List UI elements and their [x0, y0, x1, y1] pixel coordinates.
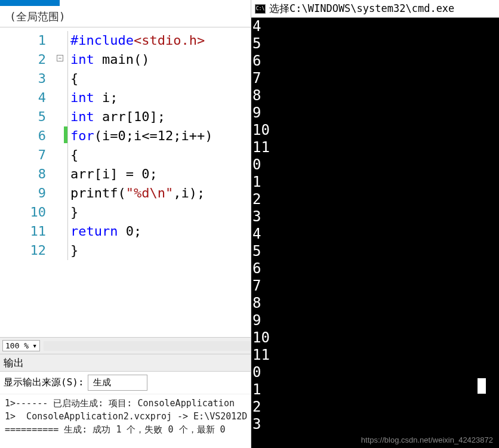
line-number: 6: [0, 126, 46, 146]
code-line[interactable]: {: [67, 69, 251, 88]
output-panel-title: 输出: [4, 356, 24, 370]
code-line[interactable]: return 0;: [67, 222, 251, 241]
cmd-icon: C:\: [255, 4, 266, 14]
change-marker: [64, 126, 67, 143]
console-line: 7: [252, 70, 499, 87]
fold-column[interactable]: −: [57, 27, 67, 337]
code-line[interactable]: int main(): [67, 50, 251, 69]
code-line[interactable]: for(i=0;i<=12;i++): [67, 126, 251, 146]
code-line[interactable]: int i;: [67, 88, 251, 107]
watermark: https://blog.csdn.net/weixin_42423872: [361, 435, 493, 444]
output-source-dropdown[interactable]: 生成: [88, 375, 147, 391]
code-line[interactable]: {: [67, 146, 251, 165]
console-line: 11: [252, 347, 499, 364]
output-panel-header[interactable]: 输出: [0, 354, 251, 372]
scope-dropdown[interactable]: (全局范围): [0, 6, 251, 27]
console-line: 2: [252, 191, 499, 208]
output-toolbar: 显示输出来源(S): 生成: [0, 372, 251, 394]
fold-toggle-icon[interactable]: −: [57, 55, 63, 61]
console-line: 11: [252, 139, 499, 156]
code-line[interactable]: arr[i] = 0;: [67, 165, 251, 184]
line-number: 4: [0, 88, 46, 107]
console-line: 6: [252, 52, 499, 70]
console-line: 10: [252, 122, 499, 139]
code-line[interactable]: int arr[10];: [67, 107, 251, 126]
scope-label: (全局范围): [10, 10, 66, 24]
code-lines[interactable]: #include<stdio.h>int main(){int i;int ar…: [67, 27, 251, 337]
editor-pane: (全局范围) 123456789101112 − #include<stdio.…: [0, 0, 251, 448]
output-line: 1> ConsoleApplication2.vcxproj -> E:\VS2…: [5, 410, 246, 423]
line-number: 10: [0, 203, 46, 222]
line-number: 9: [0, 184, 46, 203]
console-line: 0: [252, 364, 499, 381]
console-line: 4: [252, 225, 499, 243]
code-editor[interactable]: 123456789101112 − #include<stdio.h>int m…: [0, 27, 251, 337]
console-line: 5: [252, 243, 499, 260]
console-line: 8: [252, 87, 499, 104]
line-number: 3: [0, 69, 46, 88]
zoom-value: 100 %: [5, 341, 29, 350]
console-line: 0: [252, 156, 499, 174]
code-line[interactable]: printf("%d\n",i);: [67, 184, 251, 203]
console-line: 8: [252, 295, 499, 312]
console-line: 5: [252, 35, 499, 52]
console-line: 3: [252, 208, 499, 225]
line-number: 1: [0, 31, 46, 50]
console-title: 选择C:\WINDOWS\system32\cmd.exe: [269, 2, 454, 16]
code-line[interactable]: }: [67, 241, 251, 260]
code-line[interactable]: }: [67, 203, 251, 222]
output-source-value: 生成: [93, 377, 111, 388]
console-line: 9: [252, 104, 499, 122]
line-number: 11: [0, 222, 46, 241]
console-pane: C:\ 选择C:\WINDOWS\system32\cmd.exe 456789…: [251, 0, 499, 448]
console-line: 6: [252, 260, 499, 277]
horizontal-scrollbar[interactable]: [44, 341, 251, 351]
console-line: 1: [252, 381, 499, 398]
chevron-down-icon: ▾: [32, 341, 37, 350]
line-number: 7: [0, 146, 46, 165]
console-cursor: [478, 378, 486, 394]
tab-active-indicator: [0, 0, 60, 6]
line-number-gutter: 123456789101112: [0, 27, 57, 337]
console-line: 2: [252, 398, 499, 416]
line-number: 2: [0, 50, 46, 69]
console-output[interactable]: 4567891011012345678910110123: [251, 18, 499, 448]
line-number: 5: [0, 107, 46, 126]
line-number: 12: [0, 241, 46, 260]
code-line[interactable]: #include<stdio.h>: [67, 31, 251, 50]
console-line: 7: [252, 277, 499, 295]
output-source-label: 显示输出来源(S):: [4, 376, 84, 389]
zoom-bar: 100 % ▾: [0, 337, 251, 354]
line-number: 8: [0, 165, 46, 184]
console-line: 4: [252, 18, 499, 35]
output-line: ========== 生成: 成功 1 个，失败 0 个，最新 0: [5, 423, 246, 436]
output-line: 1>------ 已启动生成: 项目: ConsoleApplication: [5, 397, 246, 410]
output-body[interactable]: 1>------ 已启动生成: 项目: ConsoleApplication1>…: [0, 394, 251, 448]
console-line: 9: [252, 312, 499, 329]
console-titlebar[interactable]: C:\ 选择C:\WINDOWS\system32\cmd.exe: [251, 0, 499, 18]
console-line: 1: [252, 174, 499, 191]
console-line: 3: [252, 416, 499, 433]
console-line: 10: [252, 329, 499, 347]
zoom-dropdown[interactable]: 100 % ▾: [2, 340, 40, 351]
